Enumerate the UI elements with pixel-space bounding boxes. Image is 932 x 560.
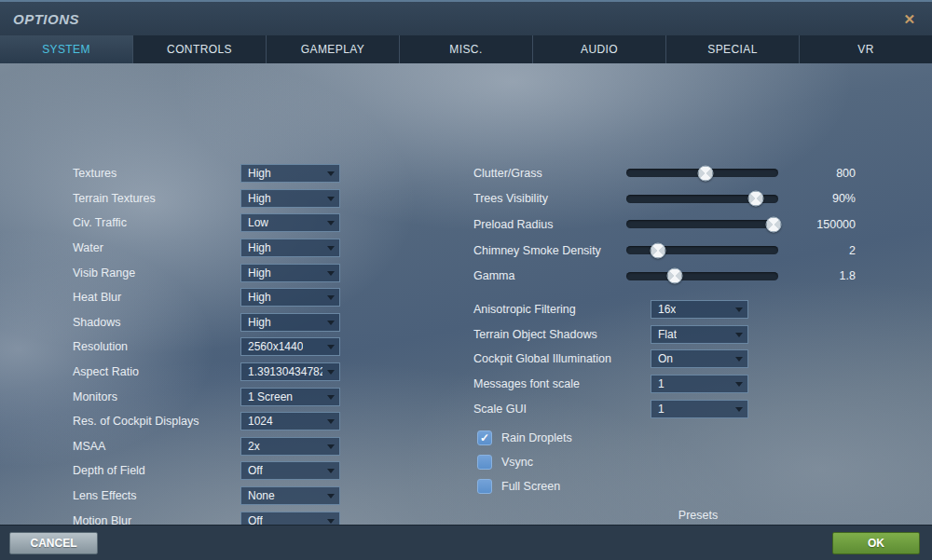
water-dropdown[interactable]: High: [240, 239, 340, 257]
full-screen-checkbox[interactable]: [477, 479, 492, 494]
setting-row-messages-font-scale: Messages font scale 1: [473, 372, 748, 397]
tab-vr[interactable]: VR: [799, 35, 932, 63]
setting-row-depth-of-field: Depth of Field Off: [73, 458, 340, 484]
dropdown-value: 1024: [248, 415, 273, 428]
setting-row-cockpit-displays: Res. of Cockpit Displays 1024: [73, 409, 340, 434]
slider-value: 150000: [778, 218, 856, 231]
chevron-down-icon: [735, 407, 743, 412]
terrain-object-shadows-dropdown[interactable]: Flat: [651, 325, 748, 344]
chimney-smoke-slider[interactable]: [626, 246, 778, 254]
slider-row-chimney-smoke: Chimney Smoke Density 2: [473, 238, 856, 264]
vsync-checkbox-row[interactable]: Vsync: [477, 450, 572, 474]
slider-thumb[interactable]: [667, 268, 683, 284]
graphics-settings-column: Textures High Terrain Textures High Civ.…: [73, 161, 340, 560]
setting-row-water: Water High: [73, 236, 340, 261]
dropdown-value: 1.3913043478261: [248, 365, 322, 378]
setting-row-shadows: Shadows High: [73, 310, 340, 335]
setting-row-civ-traffic: Civ. Traffic Low: [73, 211, 340, 236]
chevron-down-icon: [327, 171, 335, 176]
setting-label: Lens Effects: [73, 489, 240, 502]
rain-droplets-checkbox-row[interactable]: Rain Droplets: [477, 426, 572, 450]
setting-label: Shadows: [73, 316, 240, 329]
lens-effects-dropdown[interactable]: None: [240, 486, 340, 505]
resolution-dropdown[interactable]: 2560x1440: [240, 337, 340, 356]
aspect-ratio-dropdown[interactable]: 1.3913043478261: [240, 362, 340, 381]
tab-controls[interactable]: CONTROLS: [132, 35, 266, 63]
dropdown-value: Flat: [658, 328, 677, 341]
setting-row-aspect-ratio: Aspect Ratio 1.3913043478261: [73, 360, 340, 385]
setting-label: Terrain Textures: [73, 192, 240, 205]
dropdown-value: High: [248, 192, 271, 205]
chevron-down-icon: [327, 519, 335, 524]
messages-font-scale-dropdown[interactable]: 1: [651, 375, 748, 393]
dropdown-value: 1: [658, 403, 665, 416]
setting-label: Scale GUI: [473, 403, 651, 416]
textures-dropdown[interactable]: High: [240, 164, 340, 183]
setting-row-terrain-textures: Terrain Textures High: [73, 186, 340, 212]
footer-bar: CANCEL OK: [0, 525, 932, 560]
clutter-grass-slider[interactable]: [626, 169, 778, 177]
slider-thumb[interactable]: [766, 216, 782, 232]
rain-droplets-checkbox[interactable]: [477, 430, 492, 445]
chevron-down-icon: [327, 370, 335, 375]
dropdown-value: High: [248, 167, 271, 180]
setting-label: Water: [73, 241, 240, 254]
slider-thumb[interactable]: [697, 165, 713, 181]
chevron-down-icon: [327, 419, 335, 424]
depth-of-field-dropdown[interactable]: Off: [240, 461, 340, 480]
chevron-down-icon: [735, 382, 743, 387]
civ-traffic-dropdown[interactable]: Low: [240, 213, 340, 232]
scale-gui-dropdown[interactable]: 1: [651, 400, 748, 418]
setting-label: Visib Range: [73, 266, 240, 280]
dropdown-value: Off: [248, 464, 263, 477]
content-area: Textures High Terrain Textures High Civ.…: [0, 63, 932, 525]
vsync-checkbox[interactable]: [477, 455, 492, 470]
slider-thumb[interactable]: [747, 191, 763, 207]
presets-title: Presets: [476, 509, 920, 522]
close-icon[interactable]: ✕: [899, 10, 919, 28]
slider-label: Gamma: [473, 269, 626, 282]
setting-row-textures: Textures High: [73, 161, 340, 186]
checkbox-label: Vsync: [501, 456, 533, 469]
chevron-down-icon: [735, 357, 743, 362]
tab-system[interactable]: SYSTEM: [0, 35, 132, 63]
chevron-down-icon: [327, 271, 335, 276]
slider-value: 2: [778, 244, 856, 257]
title-bar: OPTIONS ✕: [0, 0, 932, 35]
setting-row-anisotropic: Anisotropic Filtering 16x: [473, 297, 748, 322]
ok-button[interactable]: OK: [832, 532, 920, 554]
anisotropic-filtering-dropdown[interactable]: 16x: [651, 300, 748, 319]
slider-thumb[interactable]: [651, 242, 666, 258]
slider-row-trees-visibility: Trees Visibility 90%: [473, 186, 856, 212]
setting-label: Cockpit Global Illumination: [473, 352, 651, 365]
slider-value: 1.8: [778, 269, 856, 282]
msaa-dropdown[interactable]: 2x: [240, 437, 340, 456]
terrain-textures-dropdown[interactable]: High: [240, 189, 340, 208]
tab-misc[interactable]: MISC.: [399, 35, 532, 63]
setting-label: Terrain Object Shadows: [473, 328, 651, 341]
dropdown-value: Low: [248, 216, 268, 229]
setting-label: Anisotropic Filtering: [473, 303, 651, 316]
heat-blur-dropdown[interactable]: High: [240, 288, 340, 307]
slider-row-preload-radius: Preload Radius 150000: [473, 212, 856, 238]
setting-label: Monitors: [73, 390, 240, 403]
cockpit-displays-dropdown[interactable]: 1024: [240, 412, 340, 430]
tab-audio[interactable]: AUDIO: [532, 35, 665, 63]
cockpit-global-illumination-dropdown[interactable]: On: [651, 349, 748, 368]
dropdown-value: None: [248, 489, 275, 502]
tab-special[interactable]: SPECIAL: [665, 35, 799, 63]
setting-row-monitors: Monitors 1 Screen: [73, 384, 340, 409]
right-settings-column: Anisotropic Filtering 16x Terrain Object…: [473, 297, 748, 421]
shadows-dropdown[interactable]: High: [240, 313, 340, 332]
tab-gameplay[interactable]: GAMEPLAY: [266, 35, 399, 63]
visib-range-dropdown[interactable]: High: [240, 264, 340, 282]
gamma-slider[interactable]: [626, 272, 778, 280]
setting-row-lens-effects: Lens Effects None: [73, 484, 340, 509]
chevron-down-icon: [327, 395, 335, 400]
full-screen-checkbox-row[interactable]: Full Screen: [477, 474, 572, 499]
cancel-button[interactable]: CANCEL: [9, 532, 98, 554]
preload-radius-slider[interactable]: [626, 220, 778, 228]
dropdown-value: 2560x1440: [248, 340, 303, 353]
monitors-dropdown[interactable]: 1 Screen: [240, 388, 340, 406]
trees-visibility-slider[interactable]: [626, 195, 778, 203]
